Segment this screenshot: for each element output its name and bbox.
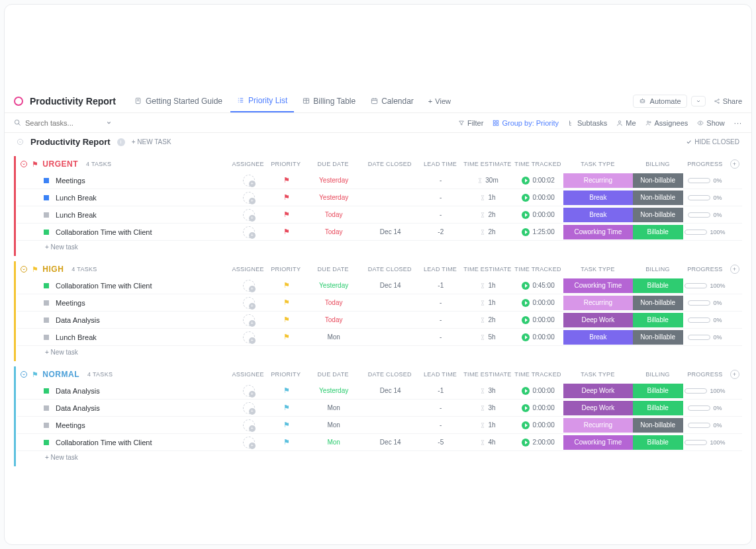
task-type-badge[interactable]: Deep Work [563,401,633,415]
col-header-due[interactable]: DUE DATE [305,266,361,273]
play-icon[interactable] [522,211,530,219]
due-date[interactable]: Today [305,211,362,218]
task-row[interactable]: Data Analysis + ⚑ Yesterday Dec 14 -1 3h… [17,382,742,400]
task-row[interactable]: Meetings + ⚑ Mon - 1h 0:00:00 Recurring … [17,417,742,434]
assignee-add[interactable]: + [243,192,255,204]
priority-flag[interactable]: ⚑ [283,403,290,412]
time-tracked[interactable]: 0:00:00 [513,421,563,429]
play-icon[interactable] [522,194,530,202]
task-type-badge[interactable]: Deep Work [563,313,633,327]
play-icon[interactable] [522,387,530,395]
play-icon[interactable] [522,421,530,429]
progress-cell[interactable]: 0% [683,405,728,411]
new-task-row[interactable]: + New task [17,346,742,361]
time-tracked[interactable]: 0:00:00 [513,316,563,324]
status-icon[interactable] [44,283,49,288]
time-estimate[interactable]: 3h [463,387,513,394]
billing-badge[interactable]: Billable [633,384,683,398]
status-icon[interactable] [44,440,49,445]
status-icon[interactable] [44,212,49,218]
time-estimate[interactable]: 4h [463,439,513,446]
priority-flag[interactable]: ⚑ [283,228,290,236]
task-row[interactable]: Collaboration Time with Client + ⚑ Mon D… [17,434,742,451]
assignee-add[interactable]: + [243,297,255,309]
time-estimate[interactable]: 3h [463,404,513,411]
share-button[interactable]: Share [714,97,742,105]
billing-badge[interactable]: Non-billable [633,208,683,222]
task-type-badge[interactable]: Break [563,208,633,222]
assignee-add[interactable]: + [243,280,255,292]
task-type-badge[interactable]: Recurring [563,173,633,188]
assignee-add[interactable]: + [243,402,255,414]
progress-cell[interactable]: 0% [683,194,728,201]
new-task-row[interactable]: + New task [17,451,742,466]
task-name-cell[interactable]: Lunch Break [17,211,230,219]
task-name-cell[interactable]: Meetings [17,177,230,185]
more-button[interactable]: ··· [734,119,742,127]
time-tracked[interactable]: 1:25:00 [513,228,563,236]
priority-flag[interactable]: ⚑ [283,281,290,290]
tab-getting-started[interactable]: Getting Started Guide [128,89,229,112]
task-type-badge[interactable]: Break [563,190,633,205]
due-date[interactable]: Yesterday [305,282,362,289]
assignee-add[interactable]: + [243,419,255,431]
assignee-add[interactable]: + [243,314,255,326]
add-view-button[interactable]: + View [422,97,457,105]
new-task-button[interactable]: + NEW TASK [132,138,171,146]
task-name-cell[interactable]: Data Analysis [17,316,230,324]
task-row[interactable]: Lunch Break + ⚑ Mon - 5h 0:00:00 Break N… [17,329,742,346]
time-tracked[interactable]: 0:00:00 [513,211,563,219]
play-icon[interactable] [522,299,530,307]
play-icon[interactable] [522,316,530,324]
task-name-cell[interactable]: Lunch Break [17,333,230,341]
col-header-priority[interactable]: PRIORITY [267,371,305,378]
info-icon[interactable]: i [117,138,125,146]
col-header-priority[interactable]: PRIORITY [267,161,305,167]
play-icon[interactable] [522,439,530,446]
billing-badge[interactable]: Non-billable [633,190,683,205]
due-date[interactable]: Mon [305,439,362,446]
col-header-progress[interactable]: PROGRESS [683,266,728,273]
col-header-tracked[interactable]: TIME TRACKED [512,266,563,273]
assignee-add[interactable]: + [243,331,255,343]
status-icon[interactable] [44,300,49,306]
time-estimate[interactable]: 30m [463,177,513,184]
billing-badge[interactable]: Billable [633,313,683,327]
subtasks-button[interactable]: Subtasks [568,119,607,127]
task-row[interactable]: Data Analysis + ⚑ Mon - 3h 0:00:00 Deep … [17,400,742,417]
automate-button[interactable]: Automate [633,95,687,108]
priority-flag[interactable]: ⚑ [283,438,290,446]
billing-badge[interactable]: Non-billable [633,173,683,188]
col-header-assignee[interactable]: ASSIGNEE [229,371,267,378]
task-name-cell[interactable]: Collaboration Time with Client [17,282,230,290]
col-header-progress[interactable]: PROGRESS [683,161,728,167]
assignees-button[interactable]: Assignees [645,119,688,127]
add-column-button[interactable]: + [730,159,739,169]
time-estimate[interactable]: 5h [463,333,513,341]
billing-badge[interactable]: Billable [633,278,683,293]
time-estimate[interactable]: 1h [463,282,513,289]
progress-cell[interactable]: 100% [683,388,728,394]
task-name-cell[interactable]: Data Analysis [17,404,230,412]
due-date[interactable]: Mon [305,404,362,411]
col-header-billing[interactable]: BILLING [632,161,683,167]
automate-chevron[interactable] [691,96,706,106]
task-type-badge[interactable]: Recurring [563,418,633,433]
add-column-button[interactable]: + [730,265,739,274]
filter-button[interactable]: Filter [458,119,483,127]
time-estimate[interactable]: 1h [463,421,513,429]
progress-cell[interactable]: 0% [683,422,728,429]
group-toggle[interactable] [20,160,28,168]
priority-flag[interactable]: ⚑ [283,421,290,429]
col-header-progress[interactable]: PROGRESS [683,371,728,378]
time-tracked[interactable]: 0:00:00 [513,194,563,202]
assignee-add[interactable]: + [243,175,255,187]
due-date[interactable]: Mon [305,421,362,429]
priority-flag[interactable]: ⚑ [283,333,290,341]
priority-flag[interactable]: ⚑ [283,298,290,307]
priority-flag[interactable]: ⚑ [283,193,290,202]
task-type-badge[interactable]: Break [563,330,633,345]
play-icon[interactable] [522,333,530,341]
status-icon[interactable] [44,195,49,200]
play-icon[interactable] [522,282,530,290]
